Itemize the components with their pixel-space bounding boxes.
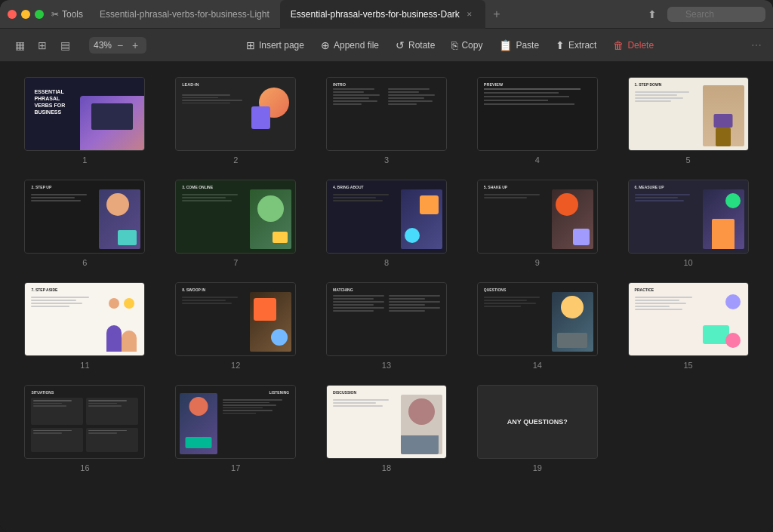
slide-item: LISTENING — [166, 385, 306, 472]
slide-number: 11 — [80, 361, 89, 370]
slide-thumbnail[interactable]: 5. SHAKE UP — [477, 180, 598, 254]
slide-number: 7 — [233, 258, 238, 267]
tab-dark[interactable]: Essential-phrasal-verbs-for-business-Dar… — [280, 0, 485, 29]
slide-thumbnail[interactable]: SITUATIONS — [24, 385, 145, 459]
copy-button[interactable]: ⎘ Copy — [444, 35, 490, 55]
slide-item: 6. MEASURE UP — [618, 180, 758, 267]
zoom-increase-button[interactable]: + — [128, 38, 142, 52]
slide-item: LEAD-IN 2 — [166, 77, 306, 165]
extract-icon: ⬆ — [556, 39, 565, 51]
slide-number: 13 — [382, 361, 391, 370]
slide-number: 19 — [533, 463, 542, 472]
slide-thumbnail[interactable]: LISTENING — [175, 385, 296, 459]
tabs-area: Essential-phrasal-verbs-for-business-Lig… — [89, 0, 643, 29]
rotate-icon: ↺ — [396, 39, 405, 51]
slide-item: 7. STEP ASIDE — [15, 282, 155, 370]
search-input[interactable] — [667, 7, 765, 22]
slide-number: 5 — [686, 155, 691, 165]
pages-view-button[interactable]: ▤ — [54, 35, 75, 56]
slide-thumbnail[interactable]: 4. BRING ABOUT — [326, 180, 447, 254]
slide-number: 15 — [683, 361, 692, 370]
slide-number: 1 — [82, 155, 87, 165]
slide-item: DISCUSSION — [317, 385, 457, 472]
slide-thumbnail[interactable]: PRACTICE — [628, 282, 749, 356]
slide-thumbnail[interactable]: QUESTIONS — [477, 282, 598, 356]
slide-item: 3. COME ONLINE — [166, 180, 306, 267]
tab-light[interactable]: Essential-phrasal-verbs-for-business-Lig… — [89, 0, 280, 29]
slide-item: QUESTIONS — [467, 282, 607, 370]
toolbar-actions: ⊞ Insert page ⊕ Append file ↺ Rotate ⎘ C… — [151, 35, 749, 55]
zoom-control: 43% − + — [89, 37, 146, 54]
slide-thumbnail[interactable]: 1. STEP DOWN — [628, 77, 749, 151]
slide-number: 2 — [233, 155, 238, 165]
search-wrap: 🔍 — [667, 7, 765, 22]
slide-thumbnail[interactable]: MATCHING — [326, 282, 447, 356]
maximize-button[interactable] — [35, 10, 44, 19]
insert-page-button[interactable]: ⊞ Insert page — [239, 35, 312, 55]
insert-page-icon: ⊞ — [246, 39, 255, 51]
slide-thumbnail[interactable]: DISCUSSION — [326, 385, 447, 459]
slide-thumbnail[interactable]: 3. COME ONLINE — [175, 180, 296, 254]
new-tab-button[interactable]: + — [488, 6, 505, 23]
slide-thumbnail[interactable]: 8. SWOOP IN — [175, 282, 296, 356]
view-controls: ▦ ⊞ ▤ — [9, 35, 75, 56]
slide-number: 12 — [231, 361, 240, 370]
rotate-button[interactable]: ↺ Rotate — [388, 35, 442, 55]
tools-menu[interactable]: ✂ Tools — [51, 9, 83, 20]
slide-item: SITUATIONS — [15, 385, 155, 472]
slide-number: 6 — [82, 258, 87, 267]
minimize-button[interactable] — [21, 10, 30, 19]
tab-close-button[interactable]: ✕ — [464, 9, 475, 20]
slide-thumbnail[interactable]: PREVIEW — [477, 77, 598, 151]
slide-item: PREVIEW 4 — [467, 77, 607, 165]
slide-thumbnail[interactable]: ESSENTIALPHRASALVERBS FORBUSINESS — [24, 77, 145, 151]
paste-icon: 📋 — [499, 39, 512, 51]
append-file-icon: ⊕ — [321, 39, 330, 51]
slide-number: 4 — [535, 155, 540, 165]
slide-number: 14 — [533, 361, 542, 370]
slide-item: 2. STEP UP — [15, 180, 155, 267]
sidebar-view-button[interactable]: ▦ — [9, 35, 30, 56]
slide-number: 16 — [80, 463, 89, 472]
close-button[interactable] — [8, 10, 17, 19]
slides-grid: ESSENTIALPHRASALVERBS FORBUSINESS 1 LEAD… — [15, 77, 758, 472]
grid-view-button[interactable]: ⊞ — [32, 35, 53, 56]
slide-item: 5. SHAKE UP 9 — [467, 180, 607, 267]
delete-icon: 🗑 — [613, 39, 624, 51]
slide-item: INTRO — [317, 77, 457, 165]
paste-button[interactable]: 📋 Paste — [491, 35, 547, 55]
titlebar: ✂ Tools Essential-phrasal-verbs-for-busi… — [0, 0, 773, 29]
slide-number: 9 — [535, 258, 540, 267]
slide-number: 10 — [683, 258, 692, 267]
append-file-button[interactable]: ⊕ Append file — [313, 35, 386, 55]
slide-thumbnail[interactable]: LEAD-IN — [175, 77, 296, 151]
traffic-lights — [8, 10, 44, 19]
tools-icon: ✂ — [51, 9, 59, 20]
slide-item: 8. SWOOP IN — [166, 282, 306, 370]
toolbar-overflow[interactable]: ⋯ — [749, 39, 764, 51]
zoom-decrease-button[interactable]: − — [113, 38, 127, 52]
main-window: ✂ Tools Essential-phrasal-verbs-for-busi… — [0, 0, 773, 532]
main-content[interactable]: ESSENTIALPHRASALVERBS FORBUSINESS 1 LEAD… — [0, 62, 773, 532]
slide-thumbnail[interactable]: 6. MEASURE UP — [628, 180, 749, 254]
slide-thumbnail[interactable]: 2. STEP UP — [24, 180, 145, 254]
slide-item: 4. BRING ABOUT — [317, 180, 457, 267]
slide-number: 3 — [384, 155, 389, 165]
zoom-level: 43% — [94, 40, 112, 51]
slide-thumbnail[interactable]: ANY QUESTIONS? — [477, 385, 598, 459]
slide-thumbnail[interactable]: INTRO — [326, 77, 447, 151]
slide-item: MATCHING — [317, 282, 457, 370]
slide-item: 1. STEP DOWN 5 — [618, 77, 758, 165]
slide-item: ANY QUESTIONS? 19 — [467, 385, 607, 472]
extract-button[interactable]: ⬆ Extract — [548, 35, 604, 55]
slide-number: 8 — [384, 258, 389, 267]
toolbar: ▦ ⊞ ▤ 43% − + ⊞ Insert page ⊕ Append fil… — [0, 29, 773, 62]
share-button[interactable]: ⬆ — [643, 5, 661, 23]
slide-item: ESSENTIALPHRASALVERBS FORBUSINESS 1 — [15, 77, 155, 165]
copy-icon: ⎘ — [451, 39, 457, 51]
slide-thumbnail[interactable]: 7. STEP ASIDE — [24, 282, 145, 356]
delete-button[interactable]: 🗑 Delete — [605, 35, 661, 55]
slide-item: PRACTICE — [618, 282, 758, 370]
titlebar-right: ⬆ 🔍 — [643, 5, 765, 23]
slide-number: 17 — [231, 463, 240, 472]
